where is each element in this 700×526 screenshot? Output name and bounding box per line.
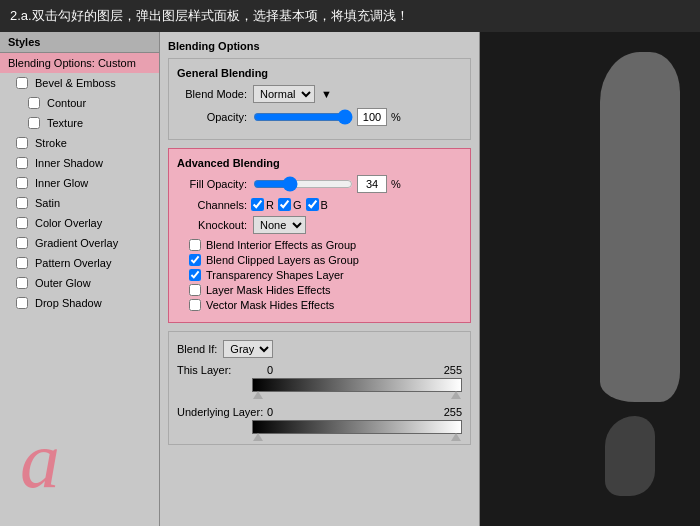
this-layer-label: This Layer: (177, 364, 267, 376)
sidebar-item-pattern-overlay[interactable]: Pattern Overlay (0, 253, 159, 273)
sidebar-item-satin[interactable]: Satin (0, 193, 159, 213)
stroke-checkbox[interactable] (16, 137, 28, 149)
sidebar-item-texture[interactable]: Texture (0, 113, 159, 133)
this-layer-label-row: This Layer: 0 255 (177, 364, 462, 376)
outer-glow-checkbox[interactable] (16, 277, 28, 289)
opacity-label: Opacity: (177, 111, 247, 123)
blend-clipped-row: Blend Clipped Layers as Group (177, 254, 462, 266)
contour-checkbox[interactable] (28, 97, 40, 109)
underlying-layer-gradient[interactable] (252, 420, 462, 434)
blob-shape-main (600, 52, 680, 402)
underlying-left-handle[interactable] (253, 433, 263, 441)
underlying-layer-section: Underlying Layer: 0 255 (177, 406, 462, 436)
this-layer-gradient[interactable] (252, 378, 462, 392)
channel-b: B (306, 198, 328, 211)
blend-if-section: Blend If: Gray This Layer: 0 255 (168, 331, 471, 445)
gradient-overlay-checkbox[interactable] (16, 237, 28, 249)
opacity-row: Opacity: 100 % (177, 108, 462, 126)
channels-label: Channels: (177, 199, 247, 211)
sidebar-item-gradient-overlay[interactable]: Gradient Overlay (0, 233, 159, 253)
color-overlay-label: Color Overlay (35, 217, 102, 229)
transparency-checkbox[interactable] (189, 269, 201, 281)
vector-mask-row: Vector Mask Hides Effects (177, 299, 462, 311)
sidebar-title: Styles (0, 32, 159, 53)
underlying-max: 255 (444, 406, 462, 418)
blend-mode-label: Blend Mode: (177, 88, 247, 100)
opacity-slider[interactable] (253, 110, 353, 124)
inner-glow-checkbox[interactable] (16, 177, 28, 189)
pattern-overlay-checkbox[interactable] (16, 257, 28, 269)
blending-options-title: Blending Options (168, 40, 471, 52)
fill-opacity-label: Fill Opacity: (177, 178, 247, 190)
blend-if-row: Blend If: Gray (177, 340, 462, 358)
fill-opacity-slider-container: 34 % (253, 175, 462, 193)
stroke-label: Stroke (35, 137, 67, 149)
color-overlay-checkbox[interactable] (16, 217, 28, 229)
this-layer-gradient-row (177, 378, 462, 394)
this-layer-right-handle[interactable] (451, 391, 461, 399)
sidebar-item-drop-shadow[interactable]: Drop Shadow (0, 293, 159, 313)
sidebar-item-blending-options-label: Blending Options: Custom (8, 57, 136, 69)
underlying-right-handle[interactable] (451, 433, 461, 441)
opacity-value: 100 (357, 108, 387, 126)
sidebar-item-inner-shadow[interactable]: Inner Shadow (0, 153, 159, 173)
inner-shadow-label: Inner Shadow (35, 157, 103, 169)
this-layer-max: 255 (444, 364, 462, 376)
right-preview-panel (480, 32, 700, 526)
channel-b-checkbox[interactable] (306, 198, 319, 211)
channel-r-checkbox[interactable] (251, 198, 264, 211)
contour-label: Contour (47, 97, 86, 109)
channel-g-checkbox[interactable] (278, 198, 291, 211)
sidebar-panel: Styles Blending Options: Custom Bevel & … (0, 32, 160, 526)
layer-mask-checkbox[interactable] (189, 284, 201, 296)
sidebar-item-color-overlay[interactable]: Color Overlay (0, 213, 159, 233)
channel-g-label: G (293, 199, 302, 211)
channel-g: G (278, 198, 302, 211)
blend-clipped-checkbox[interactable] (189, 254, 201, 266)
sidebar-item-bevel-emboss[interactable]: Bevel & Emboss (0, 73, 159, 93)
blend-interior-checkbox[interactable] (189, 239, 201, 251)
blend-mode-row: Blend Mode: Normal ▼ (177, 85, 462, 103)
sidebar-item-inner-glow[interactable]: Inner Glow (0, 173, 159, 193)
blend-if-select[interactable]: Gray (223, 340, 273, 358)
channel-r: R (251, 198, 274, 211)
opacity-percent: % (391, 111, 401, 123)
vector-mask-label: Vector Mask Hides Effects (206, 299, 334, 311)
satin-label: Satin (35, 197, 60, 209)
channels-row: Channels: R G B (177, 198, 462, 211)
blend-clipped-label: Blend Clipped Layers as Group (206, 254, 359, 266)
fill-opacity-slider[interactable] (253, 177, 353, 191)
inner-glow-label: Inner Glow (35, 177, 88, 189)
channel-r-label: R (266, 199, 274, 211)
inner-shadow-checkbox[interactable] (16, 157, 28, 169)
sidebar-item-stroke[interactable]: Stroke (0, 133, 159, 153)
blend-mode-select[interactable]: Normal (253, 85, 315, 103)
channel-b-label: B (321, 199, 328, 211)
sidebar-item-outer-glow[interactable]: Outer Glow (0, 273, 159, 293)
blend-mode-arrow: ▼ (321, 88, 332, 100)
drop-shadow-checkbox[interactable] (16, 297, 28, 309)
vector-mask-checkbox[interactable] (189, 299, 201, 311)
this-layer-left-handle[interactable] (253, 391, 263, 399)
underlying-layer-label-row: Underlying Layer: 0 255 (177, 406, 462, 418)
underlying-layer-values: 0 255 (267, 406, 462, 418)
general-blending-section: General Blending Blend Mode: Normal ▼ Op… (168, 58, 471, 140)
bevel-emboss-label: Bevel & Emboss (35, 77, 116, 89)
underlying-gradient-row (177, 420, 462, 436)
sidebar-item-contour[interactable]: Contour (0, 93, 159, 113)
knockout-select[interactable]: None (253, 216, 306, 234)
top-instruction-bar: 2.a.双击勾好的图层，弹出图层样式面板，选择基本项，将填充调浅！ (0, 0, 700, 32)
underlying-layer-label: Underlying Layer: (177, 406, 267, 418)
blend-if-label: Blend If: (177, 343, 217, 355)
general-blending-title: General Blending (177, 67, 462, 79)
texture-checkbox[interactable] (28, 117, 40, 129)
satin-checkbox[interactable] (16, 197, 28, 209)
sidebar-item-blending-options[interactable]: Blending Options: Custom (0, 53, 159, 73)
opacity-slider-container: 100 % (253, 108, 462, 126)
underlying-min: 0 (267, 406, 273, 418)
knockout-label: Knockout: (177, 219, 247, 231)
this-layer-section: This Layer: 0 255 (177, 364, 462, 394)
this-layer-values: 0 255 (267, 364, 462, 376)
bevel-emboss-checkbox[interactable] (16, 77, 28, 89)
pattern-overlay-label: Pattern Overlay (35, 257, 111, 269)
